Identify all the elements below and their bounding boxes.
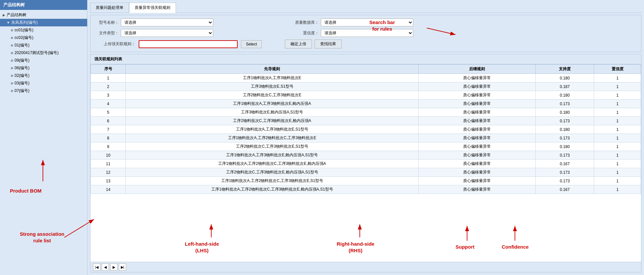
table-row[interactable]: 4 工序1物料批次A,工序3物料批次E,舱内压强A 质心偏移量异常 0.173 …: [91, 100, 641, 108]
cell-support: 0.173: [535, 134, 594, 142]
cell-seq: 3: [91, 91, 126, 100]
cell-support: 0.180: [535, 91, 594, 100]
pagination: |◀ ◀ ▶ ▶|: [90, 262, 641, 272]
cell-confidence: 1: [594, 108, 641, 117]
cell-confidence: 1: [594, 125, 641, 134]
table-row[interactable]: 10 工序1物料批次A,工序3物料批次E,舱内压强A,S1型号 质心偏移量异常 …: [91, 151, 641, 160]
query-results-button[interactable]: 查找结果: [315, 40, 342, 48]
confirm-upload-button[interactable]: 确定上传: [285, 40, 312, 48]
cell-seq: 9: [91, 142, 126, 151]
table-row[interactable]: 3 工序2物料批次C,工序3物料批次E 质心偏移量异常 0.180 1: [91, 91, 641, 100]
cell-lhs: 工序1物料批次A,工序2物料批次C,工序3物料批次E,舱内压强A: [126, 160, 419, 168]
col-header-seq: 序号: [91, 65, 126, 74]
cell-lhs: 工序2物料批次C,工序3物料批次E,S1型号: [126, 142, 419, 151]
model-select[interactable]: 请选择: [121, 18, 213, 26]
cell-support: 0.173: [535, 151, 594, 160]
cell-lhs: 工序1物料批次A,工序3物料批次E,舱内压强A: [126, 100, 419, 108]
filter-area: 型号名称： 请选择 质量数据库： 请选择 文件类型：: [90, 15, 641, 52]
page-prev-button[interactable]: ◀: [102, 263, 109, 271]
tab-association-rules[interactable]: 质量异常强关联规则: [129, 3, 176, 13]
table-row[interactable]: 5 工序3物料批次E,舱内压强A,S1型号 质心偏移量异常 0.180 1: [91, 108, 641, 117]
table-row[interactable]: 11 工序1物料批次A,工序2物料批次C,工序3物料批次E,舱内压强A 质心偏移…: [91, 160, 641, 168]
tab-bar: 质量问题处理单 质量异常强关联规则: [90, 3, 641, 13]
select-button[interactable]: Select: [241, 40, 262, 48]
table-row[interactable]: 1 工序1物料批次A,工序3物料批次E 质心偏移量异常 0.180 1: [91, 74, 641, 82]
tree-container: ▶产品结构树▼东风系列(编号)⊕cc01(编号)⊕cc02(编号)⊕01(编号)…: [0, 10, 87, 96]
cell-confidence: 1: [594, 151, 641, 160]
table-row[interactable]: 12 工序2物料批次C,工序3物料批次E,舱内压强A,S1型号 质心偏移量异常 …: [91, 168, 641, 177]
page-first-button[interactable]: |◀: [93, 263, 100, 271]
cell-support: 0.180: [535, 74, 594, 82]
filter-row-top: 型号名称： 请选择 质量数据库： 请选择: [96, 18, 636, 26]
cell-support: 0.167: [535, 160, 594, 168]
cell-seq: 12: [91, 168, 126, 177]
model-filter-group: 型号名称： 请选择: [96, 18, 213, 26]
cell-confidence: 1: [594, 142, 641, 151]
tree-icon-0: ▶: [3, 13, 5, 17]
tree-item-5[interactable]: ⊕20200417测试型号(编号): [0, 49, 87, 57]
cell-seq: 6: [91, 117, 126, 125]
tree-item-3[interactable]: ⊕cc02(编号): [0, 34, 87, 42]
table-section: 强关联规则列表 序号 先导规则 后继规则 支持度 置信度: [90, 54, 641, 272]
col-header-support: 支持度: [535, 65, 594, 74]
filter-row-middle: 文件类型： 请选择 置信度： 请选择: [96, 29, 636, 37]
tree-label-5: 20200417测试型号(编号): [15, 50, 58, 56]
tree-icon-6: ⊕: [11, 59, 13, 62]
tree-item-4[interactable]: ⊕01(编号): [0, 42, 87, 49]
tree-item-1[interactable]: ▼东风系列(编号): [0, 19, 87, 26]
table-row[interactable]: 7 工序1物料批次A,工序3物料批次E,S1型号 质心偏移量异常 0.180 1: [91, 125, 641, 134]
table-row[interactable]: 8 工序1物料批次A,工序2物料批次C,工序3物料批次E 质心偏移量异常 0.1…: [91, 134, 641, 142]
tree-item-8[interactable]: ⊕02(编号): [0, 72, 87, 79]
table-row[interactable]: 14 工序1物料批次A,工序2物料批次C,工序3物料批次E,舱内压强A,S1型号…: [91, 185, 641, 194]
tree-item-0[interactable]: ▶产品结构树: [0, 11, 87, 19]
cell-rhs: 质心偏移量异常: [419, 142, 536, 151]
doc-type-select[interactable]: 请选择: [121, 29, 213, 37]
table-title: 强关联规则列表: [90, 54, 641, 64]
sidebar-title: 产品结构树: [0, 0, 87, 10]
tree-item-10[interactable]: ⊕07(编号): [0, 87, 87, 95]
tree-item-9[interactable]: ⊕03(编号): [0, 79, 87, 87]
page-last-button[interactable]: ▶|: [119, 263, 126, 271]
table-row[interactable]: 9 工序2物料批次C,工序3物料批次E,S1型号 质心偏移量异常 0.180 1: [91, 142, 641, 151]
tab-quality-issue[interactable]: 质量问题处理单: [90, 3, 129, 13]
cell-rhs: 质心偏移量异常: [419, 100, 536, 108]
model-label: 型号名称：: [96, 20, 119, 25]
table-row[interactable]: 2 工序3物料批次E,S1型号 质心偏移量异常 0.187 1: [91, 82, 641, 91]
tree-item-2[interactable]: ⊕cc01(编号): [0, 26, 87, 34]
rule-label: 上传强关联规则：: [96, 41, 135, 47]
confidence-select[interactable]: 请选择: [321, 29, 413, 37]
page-next-button[interactable]: ▶: [110, 263, 118, 271]
table-row[interactable]: 6 工序2物料批次C,工序3物料批次E,舱内压强A 质心偏移量异常 0.173 …: [91, 117, 641, 125]
rule-input[interactable]: [139, 40, 238, 48]
cell-lhs: 工序2物料批次C,工序3物料批次E: [126, 91, 419, 100]
tree-icon-9: ⊕: [11, 81, 13, 85]
cell-lhs: 工序1物料批次A,工序2物料批次C,工序3物料批次E,舱内压强A,S1型号: [126, 185, 419, 194]
tree-icon-10: ⊕: [11, 89, 13, 93]
cell-seq: 4: [91, 100, 126, 108]
cell-lhs: 工序1物料批次A,工序3物料批次E: [126, 74, 419, 82]
cell-rhs: 质心偏移量异常: [419, 125, 536, 134]
cell-rhs: 质心偏移量异常: [419, 82, 536, 91]
cell-confidence: 1: [594, 134, 641, 142]
table-wrapper[interactable]: 序号 先导规则 后继规则 支持度 置信度 1 工序1物料批次A,工序3物料批次E…: [90, 64, 641, 262]
tree-label-7: 06(编号): [15, 65, 29, 71]
tree-item-6[interactable]: ⊕09(编号): [0, 57, 87, 64]
cell-confidence: 1: [594, 168, 641, 177]
cell-support: 0.180: [535, 142, 594, 151]
quality-data-select[interactable]: 请选择: [321, 18, 413, 26]
cell-confidence: 1: [594, 117, 641, 125]
cell-confidence: 1: [594, 185, 641, 194]
cell-rhs: 质心偏移量异常: [419, 177, 536, 185]
tree-label-10: 07(编号): [15, 88, 29, 94]
table-row[interactable]: 13 工序1物料批次A,工序2物料批次C,工序3物料批次E,S1型号 质心偏移量…: [91, 177, 641, 185]
cell-rhs: 质心偏移量异常: [419, 117, 536, 125]
cell-rhs: 质心偏移量异常: [419, 160, 536, 168]
cell-rhs: 质心偏移量异常: [419, 151, 536, 160]
cell-lhs: 工序1物料批次A,工序3物料批次E,舱内压强A,S1型号: [126, 151, 419, 160]
cell-rhs: 质心偏移量异常: [419, 91, 536, 100]
tree-item-7[interactable]: ⊕06(编号): [0, 64, 87, 72]
tree-label-2: cc01(编号): [15, 27, 33, 33]
cell-support: 0.173: [535, 100, 594, 108]
tree-label-1: 东风系列(编号): [11, 20, 38, 25]
cell-lhs: 工序3物料批次E,S1型号: [126, 82, 419, 91]
